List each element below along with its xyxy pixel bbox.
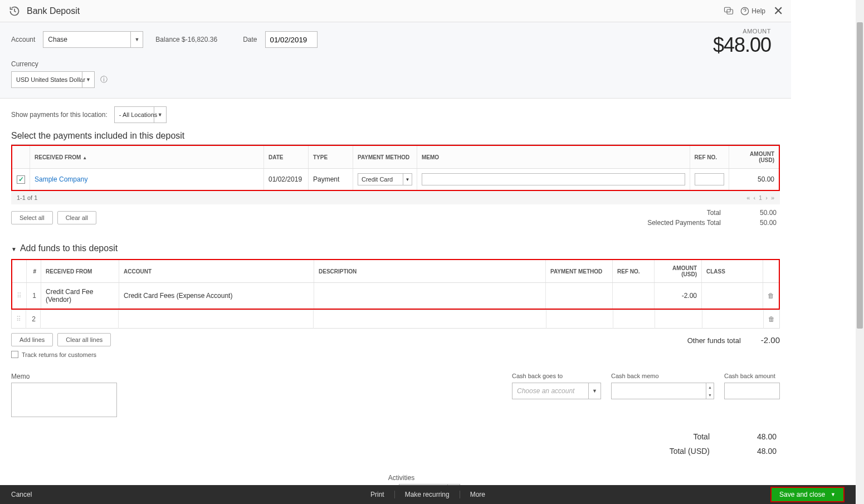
ref-cell[interactable] bbox=[613, 310, 655, 329]
select-all-button[interactable]: Select all bbox=[11, 211, 53, 224]
account-cell[interactable]: Credit Card Fees (Expense Account) bbox=[119, 283, 314, 309]
cashback-memo-input[interactable]: ▲▼ bbox=[611, 383, 714, 399]
payment-amount: 50.00 bbox=[729, 169, 779, 190]
amt-cell[interactable]: -2.00 bbox=[655, 283, 702, 309]
pm-cell[interactable] bbox=[546, 310, 613, 329]
memo-textarea[interactable] bbox=[11, 383, 117, 417]
stepper-down-icon[interactable]: ▼ bbox=[706, 391, 714, 399]
clear-all-button[interactable]: Clear all bbox=[57, 211, 96, 224]
payment-checkbox[interactable]: ✓ bbox=[17, 175, 25, 184]
payments-section-title: Select the payments included in this dep… bbox=[11, 131, 780, 145]
chat-icon[interactable] bbox=[723, 5, 735, 17]
payment-type: Payment bbox=[309, 169, 353, 190]
rf-cell[interactable]: Credit Card Fee (Vendor) bbox=[41, 283, 119, 309]
other-total-label: Other funds total bbox=[687, 336, 741, 345]
rf-cell[interactable] bbox=[41, 310, 119, 329]
payments-table-highlight: RECEIVED FROM▲ DATE TYPE PAYMENT METHOD … bbox=[11, 145, 780, 191]
pager-page: 1 bbox=[759, 194, 762, 201]
amt-cell[interactable] bbox=[655, 310, 702, 329]
add-funds-title[interactable]: ▼Add funds to this deposit bbox=[11, 243, 780, 253]
col-drag bbox=[12, 260, 27, 283]
location-filter-label: Show payments for this location: bbox=[11, 111, 108, 119]
selected-total-value: 50.00 bbox=[738, 219, 777, 227]
fund-row: ⠿ 1 Credit Card Fee (Vendor) Credit Card… bbox=[12, 283, 779, 309]
chevron-down-icon: ▼ bbox=[588, 383, 601, 399]
clear-lines-button[interactable]: Clear all lines bbox=[57, 333, 111, 346]
collapse-icon: ▼ bbox=[11, 246, 17, 252]
col-account: ACCOUNT bbox=[119, 260, 314, 283]
funds-table: # RECEIVED FROM ACCOUNT DESCRIPTION PAYM… bbox=[12, 260, 779, 309]
col-rf: RECEIVED FROM bbox=[41, 260, 119, 283]
selected-total-label: Selected Payments Total bbox=[647, 219, 721, 227]
desc-cell[interactable] bbox=[314, 310, 546, 329]
cashback-amount-input[interactable] bbox=[724, 383, 780, 399]
history-icon[interactable] bbox=[8, 4, 21, 18]
col-class: CLASS bbox=[702, 260, 763, 283]
account-value: Chase bbox=[48, 36, 67, 43]
account-select[interactable]: Chase ▼ bbox=[43, 31, 143, 48]
chevron-down-icon: ▼ bbox=[82, 72, 94, 87]
final-total-usd-value: 48.00 bbox=[732, 447, 777, 456]
location-select[interactable]: - All Locations - ▼ bbox=[114, 106, 167, 123]
print-button[interactable]: Print bbox=[360, 491, 395, 498]
help-label: Help bbox=[751, 7, 765, 15]
fund-row: ⠿ 2 🗑 bbox=[12, 310, 780, 329]
col-ref-no[interactable]: REF NO. bbox=[690, 146, 729, 169]
payment-method-select[interactable]: Credit Card ▼ bbox=[358, 173, 412, 185]
drag-handle-icon[interactable]: ⠿ bbox=[12, 310, 26, 329]
chevron-down-icon: ▼ bbox=[130, 32, 143, 47]
col-amt: AMOUNT (USD) bbox=[655, 260, 702, 283]
pager-next-icon[interactable]: › bbox=[765, 194, 768, 201]
help-link[interactable]: Help bbox=[740, 7, 765, 16]
ref-input[interactable] bbox=[695, 173, 724, 185]
col-date[interactable]: DATE bbox=[264, 146, 309, 169]
col-pm: PAYMENT METHOD bbox=[546, 260, 613, 283]
pager-bar: 1-1 of 1 « ‹ 1 › » bbox=[11, 191, 780, 204]
col-trash bbox=[763, 260, 779, 283]
cashback-account-select[interactable]: Choose an account ▼ bbox=[512, 383, 601, 399]
drag-handle-icon[interactable]: ⠿ bbox=[12, 283, 27, 309]
trash-icon[interactable]: 🗑 bbox=[768, 315, 775, 323]
final-total-value: 48.00 bbox=[732, 432, 777, 441]
cashback-goes-to-label: Cash back goes to bbox=[512, 373, 601, 379]
class-cell[interactable] bbox=[702, 310, 764, 329]
other-total-value: -2.00 bbox=[761, 335, 780, 345]
date-input[interactable] bbox=[265, 31, 318, 48]
close-icon[interactable]: ✕ bbox=[773, 4, 783, 18]
col-payment-method[interactable]: PAYMENT METHOD bbox=[353, 146, 417, 169]
col-amount[interactable]: AMOUNT (USD) bbox=[729, 146, 779, 169]
pm-cell[interactable] bbox=[546, 283, 613, 309]
track-returns-checkbox[interactable] bbox=[11, 351, 18, 358]
col-received-from[interactable]: RECEIVED FROM▲ bbox=[30, 146, 264, 169]
account-cell[interactable] bbox=[119, 310, 314, 329]
currency-select[interactable]: USD United States Dollar ▼ bbox=[11, 71, 95, 88]
col-memo[interactable]: MEMO bbox=[417, 146, 690, 169]
col-ref: REF NO. bbox=[613, 260, 655, 283]
desc-cell[interactable] bbox=[314, 283, 546, 309]
pager-text: 1-1 of 1 bbox=[17, 194, 37, 201]
class-cell[interactable] bbox=[702, 283, 763, 309]
memo-label: Memo bbox=[11, 373, 123, 380]
add-lines-button[interactable]: Add lines bbox=[11, 333, 53, 346]
stepper-up-icon[interactable]: ▲ bbox=[706, 383, 714, 391]
save-and-close-button[interactable]: Save and close ▼ bbox=[770, 487, 845, 502]
sort-asc-icon: ▲ bbox=[82, 155, 87, 160]
total-label: Total bbox=[707, 209, 721, 217]
ref-cell[interactable] bbox=[613, 283, 655, 309]
received-from-link[interactable]: Sample Company bbox=[35, 175, 87, 183]
trash-icon[interactable]: 🗑 bbox=[768, 292, 774, 300]
pager-prev-icon[interactable]: ‹ bbox=[753, 194, 755, 201]
pager-last-icon[interactable]: » bbox=[771, 194, 774, 201]
pager-first-icon[interactable]: « bbox=[746, 194, 750, 201]
scrollbar-track[interactable] bbox=[856, 0, 864, 504]
chevron-down-icon: ▼ bbox=[403, 174, 412, 185]
row-num: 1 bbox=[27, 283, 41, 309]
scrollbar-thumb[interactable] bbox=[857, 22, 863, 329]
window-header: Bank Deposit Help ✕ bbox=[0, 0, 791, 22]
memo-input[interactable] bbox=[422, 173, 685, 185]
cancel-button[interactable]: Cancel bbox=[11, 491, 32, 498]
col-type[interactable]: TYPE bbox=[309, 146, 353, 169]
more-button[interactable]: More bbox=[460, 491, 495, 498]
info-icon[interactable]: ⓘ bbox=[100, 75, 108, 85]
make-recurring-button[interactable]: Make recurring bbox=[395, 491, 460, 498]
